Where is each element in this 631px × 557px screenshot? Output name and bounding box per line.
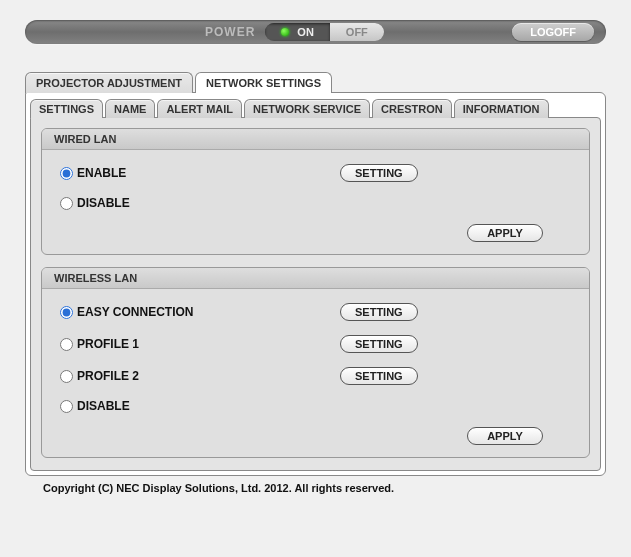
wireless-lan-body: EASY CONNECTION SETTING PROFILE 1 SET — [42, 289, 589, 457]
wired-lan-title: WIRED LAN — [42, 129, 589, 150]
subtab-information[interactable]: INFORMATION — [454, 99, 549, 118]
wireless-easy-option[interactable]: EASY CONNECTION — [60, 305, 340, 319]
subtab-name[interactable]: NAME — [105, 99, 155, 118]
wireless-profile2-radio[interactable] — [60, 370, 73, 383]
wireless-profile1-radio[interactable] — [60, 338, 73, 351]
subtab-settings[interactable]: SETTINGS — [30, 99, 103, 118]
wired-lan-group: WIRED LAN ENABLE SETTING — [41, 128, 590, 255]
power-off-label: OFF — [346, 26, 368, 38]
wired-disable-radio[interactable] — [60, 197, 73, 210]
wired-enable-label: ENABLE — [77, 166, 126, 180]
main-tabs: PROJECTOR ADJUSTMENT NETWORK SETTINGS — [25, 72, 606, 93]
wired-enable-option[interactable]: ENABLE — [60, 166, 340, 180]
power-on-label: ON — [297, 23, 314, 41]
wireless-profile1-label: PROFILE 1 — [77, 337, 139, 351]
sub-tabs: SETTINGS NAME ALERT MAIL NETWORK SERVICE… — [30, 99, 601, 118]
subtab-network-service[interactable]: NETWORK SERVICE — [244, 99, 370, 118]
wireless-profile1-setting-button[interactable]: SETTING — [340, 335, 418, 353]
wireless-disable-option[interactable]: DISABLE — [60, 399, 340, 413]
wireless-easy-label: EASY CONNECTION — [77, 305, 193, 319]
power-off-button[interactable]: OFF — [330, 23, 384, 41]
wireless-apply-button[interactable]: APPLY — [467, 427, 543, 445]
tab-projector-adjustment[interactable]: PROJECTOR ADJUSTMENT — [25, 72, 193, 93]
wireless-profile2-label: PROFILE 2 — [77, 369, 139, 383]
tab-network-settings[interactable]: NETWORK SETTINGS — [195, 72, 332, 93]
wireless-profile2-setting-button[interactable]: SETTING — [340, 367, 418, 385]
power-label: POWER — [205, 25, 255, 39]
power-on-button[interactable]: ON — [265, 23, 330, 41]
wireless-disable-radio[interactable] — [60, 400, 73, 413]
copyright-text: Copyright (C) NEC Display Solutions, Ltd… — [25, 476, 606, 494]
wireless-lan-title: WIRELESS LAN — [42, 268, 589, 289]
subtab-crestron[interactable]: CRESTRON — [372, 99, 452, 118]
wired-lan-body: ENABLE SETTING DISABLE — [42, 150, 589, 254]
wireless-disable-label: DISABLE — [77, 399, 130, 413]
main-content: PROJECTOR ADJUSTMENT NETWORK SETTINGS SE… — [0, 72, 631, 494]
wired-enable-radio[interactable] — [60, 167, 73, 180]
wired-apply-button[interactable]: APPLY — [467, 224, 543, 242]
power-toggle: ON OFF — [265, 23, 384, 41]
wired-setting-button[interactable]: SETTING — [340, 164, 418, 182]
wireless-profile2-option[interactable]: PROFILE 2 — [60, 369, 340, 383]
wired-disable-option[interactable]: DISABLE — [60, 196, 340, 210]
wireless-lan-group: WIRELESS LAN EASY CONNECTION SETTING — [41, 267, 590, 458]
subtab-alert-mail[interactable]: ALERT MAIL — [157, 99, 242, 118]
power-indicator-icon — [281, 28, 289, 36]
wireless-easy-setting-button[interactable]: SETTING — [340, 303, 418, 321]
wireless-easy-radio[interactable] — [60, 306, 73, 319]
wireless-profile1-option[interactable]: PROFILE 1 — [60, 337, 340, 351]
subtabs-container: SETTINGS NAME ALERT MAIL NETWORK SERVICE… — [25, 92, 606, 476]
settings-panel: WIRED LAN ENABLE SETTING — [30, 117, 601, 471]
top-toolbar: POWER ON OFF LOGOFF — [25, 20, 606, 44]
wired-disable-label: DISABLE — [77, 196, 130, 210]
logoff-button[interactable]: LOGOFF — [512, 23, 594, 41]
logoff-label: LOGOFF — [530, 26, 576, 38]
